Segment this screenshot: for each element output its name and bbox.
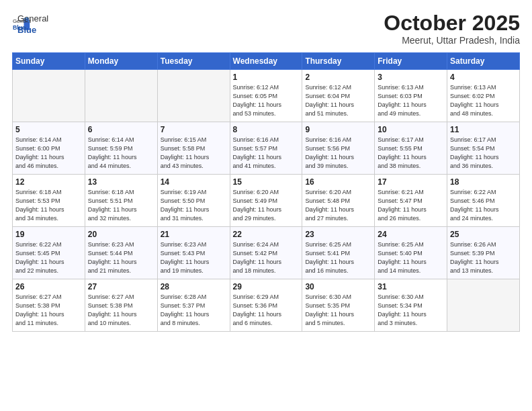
day-number: 8: [233, 125, 300, 134]
day-number: 11: [450, 125, 517, 134]
col-thursday: Thursday: [302, 53, 375, 70]
day-info: Sunrise: 6:29 AMSunset: 5:36 PMDaylight:…: [233, 293, 300, 328]
calendar-day-cell: 30Sunrise: 6:30 AMSunset: 5:35 PMDayligh…: [302, 279, 375, 332]
day-info: Sunrise: 6:30 AMSunset: 5:35 PMDaylight:…: [305, 293, 371, 328]
calendar-day-cell: 31Sunrise: 6:30 AMSunset: 5:34 PMDayligh…: [375, 279, 447, 332]
day-info: Sunrise: 6:13 AMSunset: 6:03 PMDaylight:…: [378, 83, 444, 118]
day-info: Sunrise: 6:27 AMSunset: 5:38 PMDaylight:…: [15, 293, 82, 328]
day-number: 5: [15, 125, 82, 134]
day-number: 28: [161, 282, 227, 291]
day-info: Sunrise: 6:18 AMSunset: 5:51 PMDaylight:…: [88, 188, 154, 223]
day-info: Sunrise: 6:16 AMSunset: 5:57 PMDaylight:…: [233, 136, 300, 171]
calendar-day-cell: 19Sunrise: 6:22 AMSunset: 5:45 PMDayligh…: [13, 227, 85, 279]
day-info: Sunrise: 6:12 AMSunset: 6:05 PMDaylight:…: [233, 83, 300, 118]
day-info: Sunrise: 6:27 AMSunset: 5:38 PMDaylight:…: [88, 293, 154, 328]
day-info: Sunrise: 6:13 AMSunset: 6:02 PMDaylight:…: [450, 83, 517, 118]
calendar-day-cell: 25Sunrise: 6:26 AMSunset: 5:39 PMDayligh…: [447, 227, 520, 279]
calendar-day-cell: 21Sunrise: 6:23 AMSunset: 5:43 PMDayligh…: [157, 227, 230, 279]
calendar-day-cell: [157, 70, 230, 122]
logo: General Blue General Blue: [12, 12, 48, 36]
col-monday: Monday: [85, 53, 157, 70]
calendar-day-cell: 10Sunrise: 6:17 AMSunset: 5:55 PMDayligh…: [375, 122, 447, 175]
day-number: 6: [88, 125, 154, 134]
title-block: October 2025 Meerut, Uttar Pradesh, Indi…: [384, 12, 520, 46]
logo-blue-text: Blue: [17, 25, 48, 36]
day-number: 27: [88, 282, 154, 291]
day-info: Sunrise: 6:24 AMSunset: 5:42 PMDaylight:…: [233, 240, 300, 275]
day-number: 18: [450, 177, 517, 187]
day-number: 23: [305, 230, 371, 239]
day-number: 30: [305, 282, 371, 291]
calendar-day-cell: 23Sunrise: 6:25 AMSunset: 5:41 PMDayligh…: [302, 227, 375, 279]
day-number: 21: [161, 230, 227, 239]
col-tuesday: Tuesday: [157, 53, 230, 70]
calendar-week-row: 5Sunrise: 6:14 AMSunset: 6:00 PMDaylight…: [13, 122, 520, 175]
day-info: Sunrise: 6:20 AMSunset: 5:49 PMDaylight:…: [233, 188, 300, 223]
day-number: 19: [15, 230, 82, 239]
calendar-week-row: 19Sunrise: 6:22 AMSunset: 5:45 PMDayligh…: [13, 227, 520, 279]
day-info: Sunrise: 6:19 AMSunset: 5:50 PMDaylight:…: [161, 188, 227, 223]
day-number: 31: [378, 282, 444, 291]
day-number: 24: [378, 230, 444, 239]
calendar-day-cell: 27Sunrise: 6:27 AMSunset: 5:38 PMDayligh…: [85, 279, 157, 332]
day-number: 25: [450, 230, 517, 239]
calendar-day-cell: 15Sunrise: 6:20 AMSunset: 5:49 PMDayligh…: [230, 175, 302, 227]
calendar-day-cell: 9Sunrise: 6:16 AMSunset: 5:56 PMDaylight…: [302, 122, 375, 175]
calendar-week-row: 12Sunrise: 6:18 AMSunset: 5:53 PMDayligh…: [13, 175, 520, 227]
col-wednesday: Wednesday: [230, 53, 302, 70]
day-number: 10: [378, 125, 444, 134]
calendar-day-cell: 13Sunrise: 6:18 AMSunset: 5:51 PMDayligh…: [85, 175, 157, 227]
calendar-day-cell: 7Sunrise: 6:15 AMSunset: 5:58 PMDaylight…: [157, 122, 230, 175]
calendar-day-cell: 24Sunrise: 6:25 AMSunset: 5:40 PMDayligh…: [375, 227, 447, 279]
calendar-day-cell: 29Sunrise: 6:29 AMSunset: 5:36 PMDayligh…: [230, 279, 302, 332]
day-number: 16: [305, 177, 371, 187]
day-info: Sunrise: 6:25 AMSunset: 5:40 PMDaylight:…: [378, 240, 444, 275]
calendar-day-cell: 22Sunrise: 6:24 AMSunset: 5:42 PMDayligh…: [230, 227, 302, 279]
calendar-day-cell: 14Sunrise: 6:19 AMSunset: 5:50 PMDayligh…: [157, 175, 230, 227]
calendar-day-cell: 5Sunrise: 6:14 AMSunset: 6:00 PMDaylight…: [13, 122, 85, 175]
logo-general-text: General: [17, 13, 48, 25]
calendar-day-cell: [447, 279, 520, 332]
calendar-header-row: Sunday Monday Tuesday Wednesday Thursday…: [13, 53, 520, 70]
day-number: 20: [88, 230, 154, 239]
day-number: 29: [233, 282, 300, 291]
day-info: Sunrise: 6:17 AMSunset: 5:55 PMDaylight:…: [378, 136, 444, 171]
calendar-day-cell: 3Sunrise: 6:13 AMSunset: 6:03 PMDaylight…: [375, 70, 447, 122]
calendar-day-cell: 18Sunrise: 6:22 AMSunset: 5:46 PMDayligh…: [447, 175, 520, 227]
calendar-day-cell: 12Sunrise: 6:18 AMSunset: 5:53 PMDayligh…: [13, 175, 85, 227]
day-info: Sunrise: 6:26 AMSunset: 5:39 PMDaylight:…: [450, 240, 517, 275]
month-title: October 2025: [384, 12, 520, 34]
day-number: 1: [233, 73, 300, 82]
page: General Blue General Blue October 2025 M…: [0, 0, 532, 411]
calendar-week-row: 1Sunrise: 6:12 AMSunset: 6:05 PMDaylight…: [13, 70, 520, 122]
day-number: 12: [15, 177, 82, 187]
header: General Blue General Blue October 2025 M…: [12, 12, 520, 46]
day-info: Sunrise: 6:15 AMSunset: 5:58 PMDaylight:…: [161, 136, 227, 171]
day-info: Sunrise: 6:18 AMSunset: 5:53 PMDaylight:…: [15, 188, 82, 223]
day-number: 3: [378, 73, 444, 82]
calendar-day-cell: 20Sunrise: 6:23 AMSunset: 5:44 PMDayligh…: [85, 227, 157, 279]
day-info: Sunrise: 6:22 AMSunset: 5:46 PMDaylight:…: [450, 188, 517, 223]
day-number: 17: [378, 177, 444, 187]
day-number: 13: [88, 177, 154, 187]
day-number: 9: [305, 125, 371, 134]
calendar-day-cell: 26Sunrise: 6:27 AMSunset: 5:38 PMDayligh…: [13, 279, 85, 332]
day-number: 14: [161, 177, 227, 187]
day-info: Sunrise: 6:23 AMSunset: 5:43 PMDaylight:…: [161, 240, 227, 275]
day-info: Sunrise: 6:28 AMSunset: 5:37 PMDaylight:…: [161, 293, 227, 328]
day-info: Sunrise: 6:17 AMSunset: 5:54 PMDaylight:…: [450, 136, 517, 171]
day-number: 7: [161, 125, 227, 134]
day-info: Sunrise: 6:12 AMSunset: 6:04 PMDaylight:…: [305, 83, 371, 118]
day-number: 15: [233, 177, 300, 187]
calendar-day-cell: 6Sunrise: 6:14 AMSunset: 5:59 PMDaylight…: [85, 122, 157, 175]
day-info: Sunrise: 6:23 AMSunset: 5:44 PMDaylight:…: [88, 240, 154, 275]
calendar-week-row: 26Sunrise: 6:27 AMSunset: 5:38 PMDayligh…: [13, 279, 520, 332]
col-saturday: Saturday: [447, 53, 520, 70]
day-number: 26: [15, 282, 82, 291]
calendar-table: Sunday Monday Tuesday Wednesday Thursday…: [12, 52, 520, 332]
day-info: Sunrise: 6:25 AMSunset: 5:41 PMDaylight:…: [305, 240, 371, 275]
calendar-day-cell: 28Sunrise: 6:28 AMSunset: 5:37 PMDayligh…: [157, 279, 230, 332]
calendar-day-cell: 1Sunrise: 6:12 AMSunset: 6:05 PMDaylight…: [230, 70, 302, 122]
location: Meerut, Uttar Pradesh, India: [384, 35, 520, 46]
calendar-day-cell: 11Sunrise: 6:17 AMSunset: 5:54 PMDayligh…: [447, 122, 520, 175]
